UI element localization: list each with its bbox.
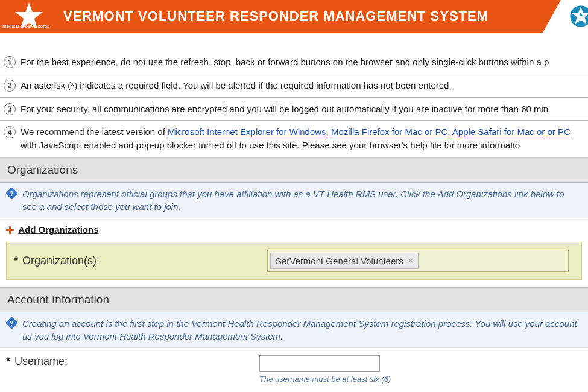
main-content: 1 For the best experience, do not use th… (0, 33, 588, 385)
organizations-label: * Organization(s): (14, 254, 267, 267)
logo-text: medical reserve corps (2, 24, 49, 29)
organizations-heading: Organizations (0, 157, 588, 183)
organization-chip: SerVermont General Volunteers × (270, 253, 419, 269)
step-number-icon: 3 (4, 103, 16, 115)
account-info: ? Creating an account is the first step … (0, 312, 588, 348)
info-text: Organizations represent official groups … (22, 188, 581, 213)
text-segment: with JavaScript enabled and pop-up block… (21, 140, 520, 150)
step-number-icon: 2 (4, 80, 16, 92)
label-text: Username: (14, 355, 68, 367)
username-hint: The username must be at least six (6) (259, 375, 582, 385)
add-organizations-row: Add Organizations (0, 218, 588, 241)
organizations-field-row: * Organization(s): SerVermont General Vo… (6, 242, 582, 280)
instruction-3: 3 For your security, all communications … (0, 98, 588, 121)
step-number-icon: 1 (4, 56, 16, 68)
browser-link-firefox[interactable]: Mozilla Firefox for Mac or PC (331, 127, 447, 137)
instruction-text: For the best experience, do not use the … (21, 55, 588, 69)
username-label: * Username: (6, 355, 259, 368)
browser-link-ie[interactable]: Microsoft Internet Explorer for Windows (168, 127, 326, 137)
info-icon: ? (5, 187, 18, 200)
instruction-2: 2 An asterisk (*) indicates a required f… (0, 74, 588, 98)
chip-remove-icon[interactable]: × (408, 256, 413, 265)
label-text: Organization(s): (22, 254, 100, 267)
add-organizations-link[interactable]: Add Organizations (18, 224, 98, 235)
header-logo: medical reserve corps (0, 0, 57, 33)
instruction-text: An asterisk (*) indicates a required fie… (21, 79, 588, 92)
username-input-col: The username must be at least six (6) (259, 355, 582, 385)
instruction-4: 4 We recommend the latest version of Mic… (0, 121, 588, 157)
browser-link-safari[interactable]: Apple Safari for Mac or (452, 127, 545, 137)
browser-link-chrome[interactable]: or PC (547, 127, 570, 137)
page-title: VERMONT VOLUNTEER RESPONDER MANAGEMENT S… (57, 8, 488, 24)
username-row: * Username: The username must be at leas… (0, 348, 588, 385)
text-segment: , (447, 127, 452, 137)
instruction-1: 1 For the best experience, do not use th… (0, 51, 588, 74)
instruction-text: For your security, all communications ar… (21, 103, 588, 116)
instruction-text: We recommend the latest version of Micro… (21, 125, 588, 152)
header-corner (543, 0, 588, 33)
username-input[interactable] (259, 355, 380, 372)
organizations-info: ? Organizations represent official group… (0, 183, 588, 218)
app-header: medical reserve corps VERMONT VOLUNTEER … (0, 0, 588, 33)
account-heading: Account Information (0, 287, 588, 312)
step-number-icon: 4 (4, 126, 16, 138)
organization-chip-container[interactable]: SerVermont General Volunteers × (267, 250, 569, 272)
text-segment: We recommend the latest version of (21, 127, 168, 137)
required-asterisk: * (6, 355, 10, 367)
text-segment: , (326, 127, 331, 137)
chip-label: SerVermont General Volunteers (276, 256, 403, 266)
plus-icon (6, 226, 14, 234)
info-text: Creating an account is the first step in… (22, 317, 581, 343)
corner-star-icon (569, 4, 588, 28)
required-asterisk: * (14, 254, 18, 267)
info-icon: ? (5, 317, 18, 329)
